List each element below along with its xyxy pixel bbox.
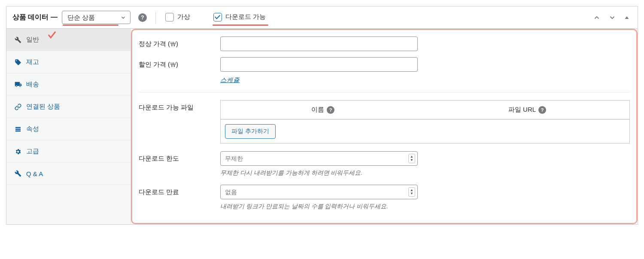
link-icon <box>14 103 22 111</box>
sidebar: 일반 재고 배송 연결된 상품 <box>6 29 131 224</box>
truck-icon <box>14 81 22 88</box>
virtual-checkbox-wrap[interactable]: 가상 <box>164 11 191 24</box>
sidebar-item-label: Q & A <box>26 170 43 177</box>
collapse-icon[interactable] <box>622 14 632 21</box>
downloadable-checkbox-wrap[interactable]: 다운로드 가능 <box>213 11 267 24</box>
download-expiry-input[interactable] <box>220 185 418 199</box>
sidebar-item-attributes[interactable]: 속성 <box>6 118 131 140</box>
product-type-select[interactable]: 단순 상품 <box>62 11 131 24</box>
product-type-select-wrap: 단순 상품 <box>62 11 131 24</box>
svg-marker-0 <box>625 16 629 19</box>
wrench-icon <box>14 170 22 177</box>
download-expiry-hint: 내려받기 링크가 만료되는 날짜의 수를 입력하거나 비워두세요. <box>220 203 418 210</box>
wrench-icon <box>14 36 22 44</box>
download-files-label: 다운로드 가능 파일 <box>139 100 220 112</box>
sale-price-label: 할인 가격 (₩) <box>139 57 220 69</box>
stepper-icon[interactable]: ▲▼ <box>408 187 415 197</box>
downloadable-checkbox[interactable] <box>213 13 222 21</box>
panel-body: 일반 재고 배송 연결된 상품 <box>6 29 638 224</box>
field-download-expiry: 다운로드 만료 ▲▼ 내려받기 링크가 만료되는 날짜의 수를 입력하거나 비워… <box>139 185 630 210</box>
help-icon[interactable]: ? <box>327 106 334 114</box>
sidebar-item-label: 속성 <box>26 125 39 133</box>
table-header: 이름 ? 파일 URL ? <box>221 101 629 119</box>
check-annotation-icon <box>47 30 57 40</box>
download-files-table: 이름 ? 파일 URL ? 파일 추가하기 <box>220 100 630 143</box>
highlight-underline <box>213 24 268 26</box>
content-area: 정상 가격 (₩) 할인 가격 (₩) 스케쥴 다운로드 가능 파일 <box>131 29 638 224</box>
download-limit-input[interactable] <box>220 151 418 166</box>
move-down-icon[interactable] <box>607 13 618 22</box>
svg-rect-1 <box>15 127 21 128</box>
download-expiry-label: 다운로드 만료 <box>139 185 220 196</box>
tag-icon <box>14 58 22 66</box>
download-limit-hint: 무제한 다시 내려받기를 가능하게 하려면 비워두세요. <box>220 169 418 177</box>
table-footer: 파일 추가하기 <box>221 119 629 143</box>
col-name: 이름 ? <box>221 101 425 119</box>
sidebar-item-label: 고급 <box>26 147 39 155</box>
virtual-checkbox[interactable] <box>165 13 174 21</box>
help-icon[interactable]: ? <box>538 106 546 114</box>
sidebar-item-label: 연결된 상품 <box>26 103 60 111</box>
panel-title: 상품 데이터 — <box>12 13 58 22</box>
virtual-label: 가상 <box>177 13 190 21</box>
divider <box>155 12 156 24</box>
field-download-files: 다운로드 가능 파일 이름 ? 파일 URL ? <box>139 100 630 143</box>
add-file-button[interactable]: 파일 추가하기 <box>225 124 276 139</box>
sidebar-item-inventory[interactable]: 재고 <box>6 51 131 73</box>
col-url: 파일 URL ? <box>425 101 629 119</box>
product-data-panel: 상품 데이터 — 단순 상품 ? 가상 다운로드 가능 <box>6 6 638 225</box>
field-download-limit: 다운로드 한도 ▲▼ 무제한 다시 내려받기를 가능하게 하려면 비워두세요. <box>139 151 630 177</box>
sidebar-item-shipping[interactable]: 배송 <box>6 73 131 96</box>
sidebar-item-label: 일반 <box>26 36 39 44</box>
field-regular-price: 정상 가격 (₩) <box>139 37 630 51</box>
highlight-underline <box>63 24 118 26</box>
svg-rect-2 <box>15 128 21 130</box>
field-sale-price: 할인 가격 (₩) 스케쥴 <box>139 57 630 84</box>
schedule-link[interactable]: 스케쥴 <box>220 76 240 84</box>
sale-price-input[interactable] <box>220 57 418 72</box>
regular-price-label: 정상 가격 (₩) <box>139 37 220 48</box>
move-up-icon[interactable] <box>591 13 602 22</box>
sidebar-item-linked[interactable]: 연결된 상품 <box>6 96 131 118</box>
sidebar-item-label: 배송 <box>26 80 39 88</box>
sidebar-item-general[interactable]: 일반 <box>6 29 131 51</box>
list-icon <box>14 125 22 133</box>
svg-rect-3 <box>15 130 21 131</box>
gear-icon <box>14 148 22 155</box>
stepper-icon[interactable]: ▲▼ <box>408 154 415 163</box>
panel-header: 상품 데이터 — 단순 상품 ? 가상 다운로드 가능 <box>6 6 638 29</box>
divider <box>139 92 630 92</box>
sidebar-item-label: 재고 <box>26 58 39 66</box>
sidebar-item-advanced[interactable]: 고급 <box>6 140 131 163</box>
sidebar-item-qa[interactable]: Q & A <box>6 163 131 185</box>
downloadable-label: 다운로드 가능 <box>225 13 266 21</box>
regular-price-input[interactable] <box>220 37 418 51</box>
help-icon[interactable]: ? <box>138 13 147 22</box>
download-limit-label: 다운로드 한도 <box>139 151 220 163</box>
